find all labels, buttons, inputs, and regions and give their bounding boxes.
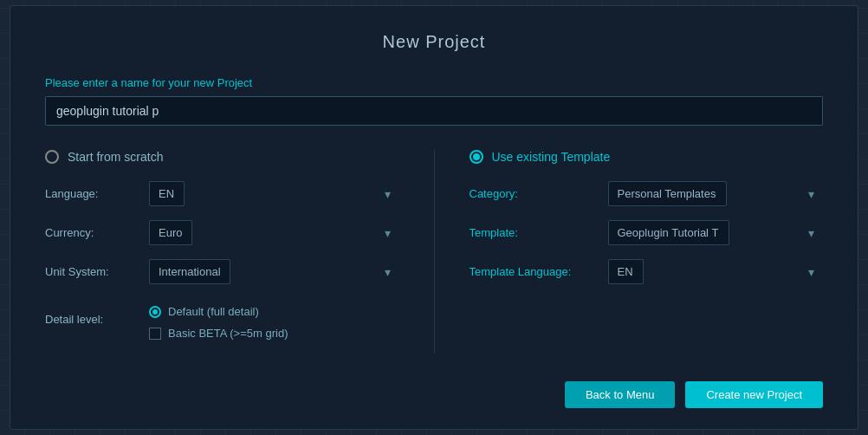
language-select[interactable]: EN DE FR <box>149 181 185 206</box>
right-panel: Use existing Template Category: Personal… <box>435 150 824 354</box>
currency-label: Currency: <box>45 226 149 239</box>
template-lang-row: Template Language: EN DE FR <box>470 259 824 284</box>
new-project-dialog: New Project Please enter a name for your… <box>10 5 858 430</box>
template-radio[interactable] <box>470 150 483 164</box>
template-panel-header: Use existing Template <box>470 150 824 164</box>
language-label: Language: <box>45 187 149 200</box>
scratch-panel-header: Start from scratch <box>45 150 399 164</box>
language-select-wrapper: EN DE FR <box>149 181 399 206</box>
detail-row: Detail level: Default (full detail) Basi… <box>45 298 399 340</box>
create-project-button[interactable]: Create new Project <box>685 381 823 408</box>
project-name-input[interactable] <box>45 96 823 126</box>
default-detail-label: Default (full detail) <box>168 305 259 318</box>
basic-beta-checkbox[interactable] <box>149 328 161 340</box>
unit-row: Unit System: International Imperial US <box>45 259 399 284</box>
project-name-label: Please enter a name for your new Project <box>45 76 823 89</box>
template-field-label: Template: <box>470 226 608 239</box>
language-row: Language: EN DE FR <box>45 181 399 206</box>
unit-select-wrapper: International Imperial US <box>149 259 399 284</box>
currency-row: Currency: Euro USD GBP <box>45 220 399 245</box>
category-select[interactable]: Personal Templates System Templates <box>608 181 727 206</box>
template-select-wrapper: Geoplugin Tutorial T <box>608 220 824 245</box>
basic-beta-label: Basic BETA (>=5m grid) <box>168 327 288 340</box>
unit-label: Unit System: <box>45 265 149 278</box>
panels-container: Start from scratch Language: EN DE FR Cu… <box>45 150 823 354</box>
template-select[interactable]: Geoplugin Tutorial T <box>608 220 729 245</box>
default-detail-radio[interactable] <box>149 306 161 318</box>
default-detail-row: Default (full detail) <box>149 305 288 318</box>
footer: Back to Menu Create new Project <box>45 381 823 408</box>
template-row: Template: Geoplugin Tutorial T <box>470 220 824 245</box>
unit-select[interactable]: International Imperial US <box>149 259 230 284</box>
scratch-radio[interactable] <box>45 150 59 164</box>
dialog-title: New Project <box>45 32 823 52</box>
template-lang-select[interactable]: EN DE FR <box>608 259 644 284</box>
currency-select-wrapper: Euro USD GBP <box>149 220 399 245</box>
template-label: Use existing Template <box>492 150 611 164</box>
currency-select[interactable]: Euro USD GBP <box>149 220 192 245</box>
basic-beta-row: Basic BETA (>=5m grid) <box>149 327 288 340</box>
category-select-wrapper: Personal Templates System Templates <box>608 181 824 206</box>
template-lang-select-wrapper: EN DE FR <box>608 259 824 284</box>
left-panel: Start from scratch Language: EN DE FR Cu… <box>45 150 435 354</box>
category-row: Category: Personal Templates System Temp… <box>470 181 824 206</box>
back-to-menu-button[interactable]: Back to Menu <box>565 381 676 408</box>
category-label: Category: <box>470 187 608 200</box>
detail-options: Default (full detail) Basic BETA (>=5m g… <box>149 305 288 340</box>
detail-label-text: Detail level: <box>45 313 149 326</box>
template-lang-label: Template Language: <box>470 265 608 278</box>
scratch-label: Start from scratch <box>68 150 163 164</box>
